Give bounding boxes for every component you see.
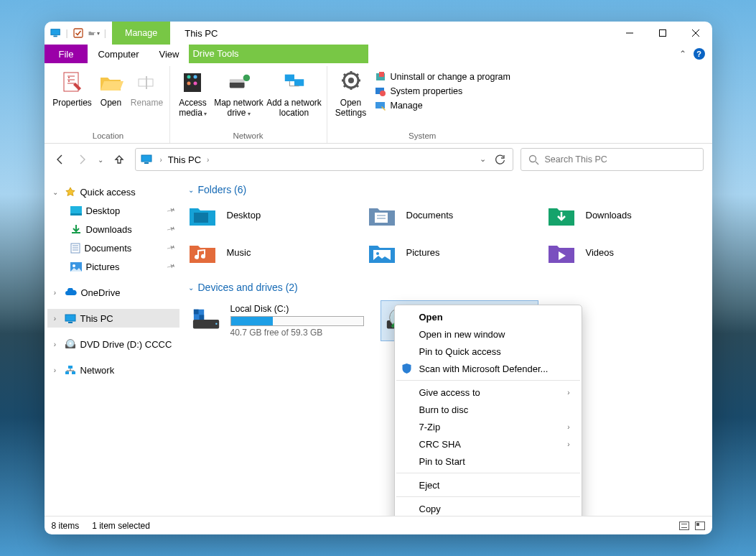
add-network-location-button[interactable]: Add a network location	[266, 69, 322, 126]
svg-point-56	[69, 342, 71, 344]
collapse-ribbon-icon[interactable]: ⌃	[679, 49, 686, 59]
ctx-give-access-to[interactable]: Give access to›	[395, 384, 582, 401]
downloads-folder-icon	[547, 203, 576, 227]
group-header-folders[interactable]: ⌄Folders (6)	[187, 180, 705, 203]
svg-rect-4	[659, 30, 666, 37]
properties-button[interactable]: Properties	[52, 69, 93, 126]
svg-rect-40	[144, 162, 149, 164]
open-button[interactable]: Open	[95, 69, 128, 126]
drive-tools-tab[interactable]: Drive Tools	[189, 45, 368, 63]
folder-desktop[interactable]: Desktop	[188, 203, 368, 227]
svg-rect-70	[199, 315, 204, 320]
cloud-icon	[65, 288, 77, 297]
svg-rect-61	[375, 213, 388, 223]
system-properties-button[interactable]: System properties	[375, 86, 510, 96]
maximize-button[interactable]	[646, 22, 679, 45]
address-bar[interactable]: › This PC › ⌄	[135, 148, 513, 171]
ctx-burn-to-disc[interactable]: Burn to disc	[395, 401, 582, 418]
sidebar-item-documents[interactable]: Documents 📌︎	[47, 238, 179, 257]
sidebar-item-onedrive[interactable]: › OneDrive	[47, 283, 179, 302]
checkmark-icon[interactable]	[73, 28, 84, 38]
computer-tab[interactable]: Computer	[88, 45, 149, 63]
folder-downloads[interactable]: Downloads	[547, 203, 691, 227]
sidebar-item-this-pc[interactable]: › This PC	[47, 309, 179, 328]
navigation-pane: ⌄ Quick access Desktop 📌︎ Downloads 📌︎ D…	[45, 175, 182, 516]
desktop-folder-icon	[188, 203, 217, 227]
folder-documents[interactable]: Documents	[368, 203, 547, 227]
access-media-button[interactable]: Access media▾	[174, 69, 212, 126]
svg-point-65	[376, 252, 379, 255]
folder-dropdown-icon[interactable]: ▾	[88, 28, 100, 38]
address-dropdown-icon[interactable]: ⌄	[480, 154, 486, 165]
ctx-open[interactable]: Open	[395, 308, 582, 325]
explorer-window: | ▾ | Manage This PC F	[45, 22, 712, 534]
ctx-7zip[interactable]: 7-Zip›	[395, 418, 582, 435]
ctx-pin-quick-access[interactable]: Pin to Quick access	[395, 343, 582, 360]
nav-row: ⌄ › This PC › ⌄ Search This PC	[45, 144, 712, 175]
recent-locations-button[interactable]: ⌄	[98, 156, 103, 164]
manage-icon	[375, 101, 386, 111]
back-button[interactable]	[55, 154, 66, 165]
map-network-drive-button[interactable]: Map network drive▾	[213, 69, 265, 126]
breadcrumb-this-pc[interactable]: This PC	[168, 154, 201, 165]
folder-music[interactable]: Music	[188, 240, 368, 264]
svg-rect-52	[65, 315, 75, 321]
uninstall-program-button[interactable]: Uninstall or change a program	[375, 72, 510, 82]
ribbon-group-label: Network	[174, 130, 322, 143]
svg-rect-17	[229, 82, 244, 88]
folder-pictures[interactable]: Pictures	[368, 240, 547, 264]
ctx-eject[interactable]: Eject	[395, 476, 582, 494]
network-drive-icon	[227, 70, 251, 95]
open-folder-icon	[99, 70, 123, 95]
ctx-open-new-window[interactable]: Open in new window	[395, 325, 582, 343]
sidebar-item-downloads[interactable]: Downloads 📌︎	[47, 220, 179, 238]
status-bar: 8 items 1 item selected	[45, 516, 712, 534]
ctx-defender-scan[interactable]: Scan with Microsoft Defender...	[395, 360, 582, 377]
ctx-copy[interactable]: Copy	[395, 500, 582, 516]
search-input[interactable]: Search This PC	[521, 148, 704, 171]
music-folder-icon	[188, 240, 217, 264]
svg-line-33	[344, 85, 346, 87]
ribbon-group-label: Location	[52, 130, 165, 143]
large-icons-view-button[interactable]	[695, 522, 705, 530]
svg-rect-43	[70, 206, 82, 213]
manage-button[interactable]: Manage	[375, 101, 510, 111]
ctx-pin-to-start[interactable]: Pin to Start	[395, 453, 582, 470]
star-icon	[65, 187, 76, 197]
forward-button[interactable]	[76, 154, 88, 165]
sidebar-label: OneDrive	[81, 287, 121, 298]
system-properties-icon	[375, 86, 386, 96]
svg-line-31	[356, 85, 358, 87]
search-placeholder: Search This PC	[545, 154, 607, 165]
manage-context-tab[interactable]: Manage	[112, 22, 170, 45]
ctx-crc-sha[interactable]: CRC SHA›	[395, 435, 582, 453]
file-tab[interactable]: File	[45, 45, 88, 63]
refresh-button[interactable]	[495, 154, 505, 165]
folder-videos[interactable]: Videos	[547, 240, 691, 264]
sidebar-item-desktop[interactable]: Desktop 📌︎	[47, 201, 179, 220]
svg-rect-20	[284, 75, 294, 81]
open-settings-button[interactable]: Open Settings	[332, 69, 370, 126]
desktop-icon	[70, 206, 82, 216]
sidebar-item-pictures[interactable]: Pictures 📌︎	[47, 257, 179, 276]
group-header-drives[interactable]: ⌄Devices and drives (2)	[187, 277, 705, 300]
view-tab[interactable]: View	[149, 45, 190, 63]
help-icon[interactable]: ?	[694, 48, 705, 60]
minimize-button[interactable]	[613, 22, 646, 45]
sidebar-label: DVD Drive (D:) CCCC	[80, 339, 172, 350]
monitor-icon	[140, 154, 154, 165]
sidebar-item-network[interactable]: › Network	[47, 361, 179, 379]
details-view-button[interactable]	[679, 522, 689, 530]
close-button[interactable]	[679, 22, 712, 45]
svg-line-32	[356, 74, 358, 76]
sidebar-item-quick-access[interactable]: ⌄ Quick access	[47, 182, 179, 201]
svg-line-30	[344, 74, 346, 76]
drive-local-c[interactable]: Local Disk (C:) 40.7 GB free of 59.3 GB	[188, 300, 368, 341]
up-button[interactable]	[113, 154, 125, 165]
sidebar-item-dvd[interactable]: › DVD Drive (D:) CCCC	[47, 335, 179, 353]
sidebar-label: This PC	[80, 313, 113, 324]
svg-rect-59	[72, 371, 75, 374]
contextual-tab-group: Manage	[112, 22, 170, 45]
svg-point-16	[193, 82, 197, 85]
network-location-icon	[282, 70, 307, 95]
